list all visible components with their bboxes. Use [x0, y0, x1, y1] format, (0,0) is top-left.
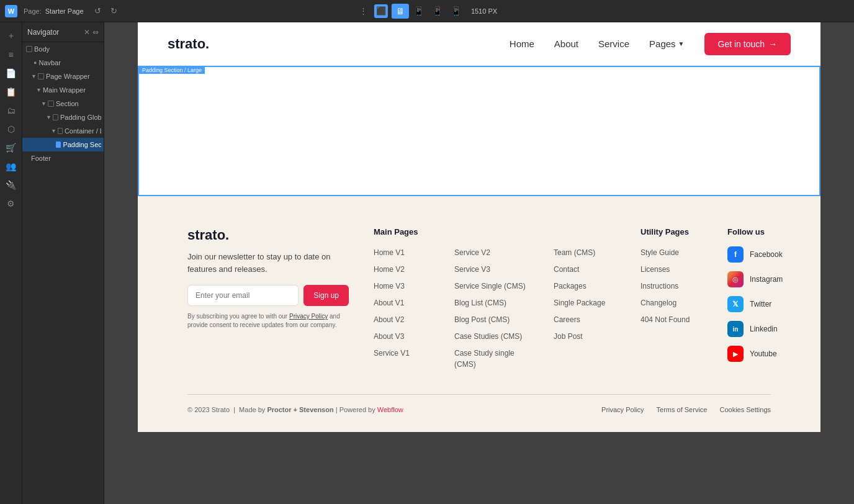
footer-main-pages-col1: Main Pages Home V1 Home V2 Home V3 About…: [374, 227, 429, 369]
device-icons: 🖥 📱 📱 📱: [392, 4, 465, 19]
mobile-icon[interactable]: 📱: [447, 4, 465, 19]
webflow-logo: W: [5, 5, 17, 17]
expand-arrow: ▼: [36, 87, 42, 93]
terms-of-service-link[interactable]: Terms of Service: [657, 406, 708, 413]
list-item: Contact: [554, 263, 616, 274]
add-element-icon[interactable]: ＋: [2, 27, 20, 45]
list-item: Home V2: [374, 263, 429, 274]
made-by: Proctor + Stevenson: [267, 406, 333, 413]
logic-icon[interactable]: ⬡: [2, 120, 20, 138]
list-item: About V1: [374, 297, 429, 308]
mobile-landscape-icon[interactable]: 📱: [429, 4, 446, 19]
facebook-label: Facebook: [750, 250, 783, 259]
youtube-label: Youtube: [750, 349, 777, 358]
toolbar-icons: ↺ ↻: [91, 4, 121, 18]
footer-main-pages-col2: Main Pages Service V2 Service V3 Service…: [454, 227, 529, 369]
youtube-icon: ▶: [727, 346, 744, 362]
px-display: 1510 PX: [471, 7, 497, 15]
redo-button[interactable]: ↻: [107, 4, 121, 18]
main-pages-list3: Team (CMS) Contact Packages Single Packa…: [554, 246, 616, 341]
list-item: Blog List (CMS): [454, 297, 529, 308]
nav-home[interactable]: Home: [510, 38, 534, 49]
members-icon[interactable]: 👥: [2, 158, 20, 175]
footer-brand: strato. Join our newsletter to stay up t…: [187, 227, 349, 369]
instagram-icon: ◎: [727, 271, 744, 287]
desktop-icon[interactable]: 🖥: [392, 4, 409, 19]
get-in-touch-button[interactable]: Get in touch →: [704, 33, 791, 55]
navigator-header: Navigator ✕ ⇔: [22, 22, 104, 42]
webflow-link[interactable]: Webflow: [377, 406, 403, 413]
list-item: Service V1: [374, 347, 429, 358]
cms-icon[interactable]: 📋: [2, 83, 20, 101]
publish-icon[interactable]: ⬛: [374, 4, 388, 18]
linkedin-label: Linkedin: [750, 325, 778, 333]
utility-pages-list: Style Guide Licenses Instructions Change…: [640, 246, 703, 325]
expand-arrow: ▼: [51, 128, 56, 134]
navigator-title: Navigator: [27, 28, 59, 37]
undo-button[interactable]: ↺: [91, 4, 105, 18]
ps-checkbox: [56, 142, 61, 148]
expand-navigator-icon[interactable]: ⇔: [92, 28, 99, 37]
icon-bar: ＋ ≡ 📄 📋 🗂 ⬡ 🛒 👥 🔌 ⚙: [0, 22, 22, 504]
cont-checkbox: [58, 128, 63, 134]
linkedin-icon: in: [727, 321, 744, 337]
tablet-icon[interactable]: 📱: [410, 4, 428, 19]
signup-button[interactable]: Sign up: [303, 285, 349, 306]
settings-icon[interactable]: ⚙: [2, 195, 20, 212]
list-item: Home V1: [374, 246, 429, 258]
list-item: About V3: [374, 330, 429, 341]
footer-email-form: Sign up: [187, 285, 349, 306]
list-item: Case Study single (CMS): [454, 347, 529, 369]
expand-arrow: ▼: [41, 101, 47, 107]
list-item: Team (CMS): [554, 246, 616, 258]
list-item: Packages: [554, 280, 616, 291]
social-instagram[interactable]: ◎ Instagram: [727, 271, 796, 287]
social-youtube[interactable]: ▶ Youtube: [727, 346, 796, 362]
nav-service[interactable]: Service: [598, 38, 629, 49]
list-item: 404 Not Found: [640, 313, 703, 325]
main-pages-title: Main Pages: [374, 227, 429, 236]
tree-item-navbar[interactable]: ● Navbar: [22, 56, 104, 70]
chevron-down-icon: ▼: [678, 40, 685, 47]
pg-checkbox: [53, 114, 58, 120]
ecommerce-icon[interactable]: 🛒: [2, 139, 20, 156]
list-item: Home V3: [374, 280, 429, 291]
main-layout: ＋ ≡ 📄 📋 🗂 ⬡ 🛒 👥 🔌 ⚙ Navigator ✕ ⇔ Body ●…: [0, 22, 854, 504]
tree-item-container[interactable]: ▼ Container / Larg: [22, 124, 104, 138]
email-input[interactable]: [187, 285, 299, 306]
footer-top: strato. Join our newsletter to stay up t…: [187, 227, 771, 369]
cookies-settings-link[interactable]: Cookies Settings: [719, 406, 771, 413]
list-item: About V2: [374, 313, 429, 325]
list-item: Service V3: [454, 263, 529, 274]
tree-item-body[interactable]: Body: [22, 42, 104, 56]
navigator-icon[interactable]: ≡: [2, 46, 20, 63]
more-options-icon[interactable]: ⋮: [357, 4, 371, 18]
list-item: Instructions: [640, 280, 703, 291]
tree-item-paddingglobal[interactable]: ▼ Padding Global: [22, 110, 104, 124]
top-toolbar: W Page: Starter Page ↺ ↻ ⋮ ⬛ 🖥 📱 📱 📱 151…: [0, 0, 854, 22]
list-item: Changelog: [640, 297, 703, 308]
tree-item-pagewrapper[interactable]: ▼ Page Wrapper: [22, 70, 104, 83]
page-label: Page:: [24, 7, 42, 15]
nav-about[interactable]: About: [554, 38, 578, 49]
social-links: f Facebook ◎ Instagram 𝕏 Twitter: [727, 246, 796, 362]
tree-item-mainwrapper[interactable]: ▼ Main Wrapper: [22, 83, 104, 97]
social-linkedin[interactable]: in Linkedin: [727, 321, 796, 337]
privacy-policy-footer-link[interactable]: Privacy Policy: [601, 406, 644, 413]
tree-item-paddingsection[interactable]: Padding Secti...: [22, 138, 104, 151]
social-twitter[interactable]: 𝕏 Twitter: [727, 296, 796, 312]
tree-item-section[interactable]: ▼ Section: [22, 97, 104, 110]
list-item: Service Single (CMS): [454, 280, 529, 291]
social-facebook[interactable]: f Facebook: [727, 246, 796, 263]
close-navigator-icon[interactable]: ✕: [84, 28, 90, 37]
integrations-icon[interactable]: 🔌: [2, 176, 20, 194]
assets-icon[interactable]: 🗂: [2, 102, 20, 119]
tree-item-footer[interactable]: Footer: [22, 151, 104, 165]
pw-checkbox: [38, 73, 44, 79]
pages-icon[interactable]: 📄: [2, 65, 20, 82]
main-pages-list2: Service V2 Service V3 Service Single (CM…: [454, 246, 529, 369]
navigator-actions: ✕ ⇔: [84, 28, 99, 37]
list-item: Job Post: [554, 330, 616, 341]
privacy-policy-link[interactable]: Privacy Policy: [289, 313, 328, 320]
nav-pages[interactable]: Pages ▼: [649, 38, 684, 49]
